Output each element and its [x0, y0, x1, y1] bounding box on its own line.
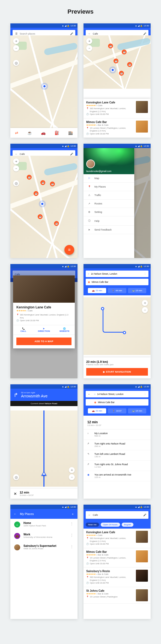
- place-card[interactable]: Mimos Cafe Bar ★★★★★ • Bar & Cafe 📍19 Lo…: [84, 548, 151, 568]
- zoom-out-button[interactable]: －: [13, 165, 19, 171]
- step-item[interactable]: ↰Turn left onto Lambert Road130 m: [84, 450, 151, 461]
- map-canvas[interactable]: ＋ － ◎ ☕ ☕ ☕ ☕ ☕ ☕: [10, 156, 77, 258]
- category-gas-icon[interactable]: ⛽: [55, 131, 59, 135]
- step-item[interactable]: ↱Turn right onto St. Johns Road1.2 km: [84, 461, 151, 471]
- drawer-item-map[interactable]: ⚐Map: [84, 174, 134, 183]
- route-to-input[interactable]: ◉Mimos Cafe Bar: [86, 279, 148, 285]
- mic-icon[interactable]: 🎤: [143, 32, 146, 35]
- search-input[interactable]: ← Cafe 🎤: [86, 511, 148, 519]
- pin-icon: 📍: [16, 314, 19, 317]
- category-bar: ⇄ ☕ 🚗 ⛽ 🏬: [10, 128, 77, 138]
- add-button[interactable]: ＋: [71, 512, 74, 516]
- result-pin[interactable]: ☕: [27, 175, 32, 180]
- place-title: Kennington Lane Cafe: [16, 305, 71, 309]
- map-canvas[interactable]: ＋ － ◎: [10, 35, 77, 138]
- back-icon[interactable]: ←: [88, 32, 91, 35]
- avatar[interactable]: [86, 160, 95, 168]
- more-icon[interactable]: ⋮: [70, 522, 74, 526]
- result-pin[interactable]: ☕: [119, 71, 124, 76]
- chip-near-me[interactable]: Near me: [86, 523, 99, 527]
- mode-walk[interactable]: 🚶44 min: [108, 288, 126, 293]
- mode-transit[interactable]: 🚌15 min: [128, 408, 146, 413]
- zoom-out-button[interactable]: －: [142, 307, 148, 313]
- start-navigation-button[interactable]: ▶ START NAVIGATION: [86, 368, 148, 376]
- result-pin[interactable]: ☕: [40, 180, 45, 185]
- zoom-in-button[interactable]: ＋: [69, 467, 75, 473]
- appbar: ← My Places ＋: [10, 509, 77, 519]
- list-item[interactable]: ⌂Home3354 Hylton Road Park⋮: [10, 519, 77, 530]
- result-list[interactable]: Kennington Lane Cafe ★★★★★ • Cafe 📍383 K…: [84, 529, 151, 619]
- place-card[interactable]: Mimos Cafe Bar ★★★★★ • Bar & Cafe 📍19 Lo…: [84, 118, 151, 138]
- preview-grid: ▲ ◢ 🔒 12:30 ☰ Search places 🎤 ＋ － ◎ ⇄ ☕ …: [0, 23, 161, 619]
- menu-icon[interactable]: ☰: [15, 32, 18, 35]
- result-pin[interactable]: ☕: [114, 59, 118, 63]
- route-to-input[interactable]: ← ◉Mimos Cafe Bar: [86, 399, 148, 406]
- map-canvas[interactable]: ＋ － ☕ ☕ ☕ ☕ ☕: [84, 35, 151, 89]
- nav-map[interactable]: ＋ － ◎: [10, 410, 77, 487]
- category-store-icon[interactable]: 🏬: [68, 131, 73, 135]
- route-map[interactable]: ＋ －: [84, 297, 151, 355]
- result-pin[interactable]: ☕: [50, 182, 55, 186]
- zoom-in-button[interactable]: ＋: [86, 38, 92, 44]
- drawer-item-help[interactable]: ⓘHelp: [84, 216, 134, 226]
- drawer-item-feedback[interactable]: ➤Send Feedback: [84, 226, 134, 234]
- category-transit-icon[interactable]: ⇄: [15, 131, 18, 135]
- place-card[interactable]: St Johns Cafe ★★★★★ • Bar & Cafe 📍19 Lon…: [84, 587, 151, 604]
- result-pin[interactable]: ☕: [38, 214, 43, 219]
- zoom-in-button[interactable]: ＋: [142, 300, 148, 306]
- result-pin[interactable]: ☕: [127, 62, 132, 67]
- mic-icon[interactable]: 🎤: [70, 152, 73, 156]
- route-from-input[interactable]: ← ○14 Nelson Street, London⋮: [86, 391, 148, 397]
- result-list[interactable]: Kennington Lane Cafe ★★★★★ • Cafe 📍383 K…: [84, 99, 151, 138]
- result-pin[interactable]: ☕: [108, 44, 113, 48]
- mode-car[interactable]: 🚗23 min: [88, 288, 106, 293]
- zoom-out-button[interactable]: －: [13, 45, 19, 51]
- place-card[interactable]: Kennington Lane Cafe ★★★★★ • Cafe 📍383 K…: [84, 529, 151, 548]
- places-list[interactable]: ⌂Home3354 Hylton Road Park⋮ 💼WorkUnivers…: [10, 519, 77, 619]
- drawer-item-setting[interactable]: ⚙Setting: [84, 208, 134, 216]
- step-list[interactable]: 12 min 3.8 km • 10:37 ○My Location500 m …: [84, 418, 151, 499]
- more-icon[interactable]: ⋮: [70, 533, 74, 537]
- chip-budget[interactable]: Bugdet: [122, 523, 133, 527]
- drawer-item-places[interactable]: 📍My Places: [84, 183, 134, 191]
- back-icon[interactable]: ←: [88, 513, 91, 517]
- category-car-icon[interactable]: 🚗: [41, 131, 46, 135]
- locate-button[interactable]: ◎: [13, 180, 19, 186]
- call-button[interactable]: 📞CALL: [13, 325, 34, 335]
- zoom-in-button[interactable]: ＋: [13, 38, 19, 44]
- step-item[interactable]: ○My Location500 m: [84, 430, 151, 440]
- mic-icon[interactable]: 🎤: [143, 513, 146, 517]
- zoom-out-button[interactable]: －: [86, 45, 92, 51]
- category-cafe-icon[interactable]: ☕: [27, 131, 32, 135]
- list-item[interactable]: Sainsbury's Supermarket4486 St Johns Roa…: [10, 542, 77, 553]
- close-button[interactable]: ✕: [14, 492, 17, 496]
- mode-transit[interactable]: 🚌15 min: [128, 288, 146, 293]
- list-fab[interactable]: ≡: [64, 245, 74, 255]
- back-icon[interactable]: ←: [15, 152, 18, 156]
- result-pin[interactable]: ☕: [54, 221, 59, 226]
- result-pin[interactable]: ☕: [122, 50, 127, 54]
- mic-icon[interactable]: 🎤: [70, 32, 73, 35]
- drawer-item-routes[interactable]: ↗Routes: [84, 200, 134, 208]
- direction-button[interactable]: ➤DIRECTION: [34, 325, 54, 335]
- locate-button[interactable]: ◎: [13, 474, 19, 480]
- route-from-input[interactable]: ○14 Nelson Street, London⋮: [86, 271, 148, 277]
- back-icon[interactable]: ←: [14, 512, 17, 516]
- place-card[interactable]: Kennington Lane Cafe ★★★★★ • Cafe 📍383 K…: [84, 99, 151, 118]
- drawer-item-traffic[interactable]: ⚠Traffic: [84, 191, 134, 200]
- step-item[interactable]: ↱Turn right onto Nelson Road200 m: [84, 440, 151, 450]
- mode-walk[interactable]: 🚶10:37: [108, 408, 126, 413]
- website-button[interactable]: 🌐WEBSITE: [54, 325, 75, 335]
- more-icon[interactable]: ⋮: [70, 544, 74, 549]
- add-to-map-button[interactable]: ADD TO A MAP: [16, 338, 71, 345]
- list-item[interactable]: 💼WorkUniversity of Worcester Arena⋮: [10, 530, 77, 542]
- back-icon[interactable]: ←: [88, 393, 90, 395]
- locate-button[interactable]: ◎: [13, 60, 19, 66]
- mode-car[interactable]: 🚗23 min: [88, 408, 106, 413]
- result-pin[interactable]: ☕: [34, 191, 38, 196]
- zoom-out-button[interactable]: －: [69, 474, 75, 480]
- chip-open24[interactable]: Open 24 hours: [101, 523, 120, 527]
- zoom-in-button[interactable]: ＋: [13, 158, 19, 164]
- place-card[interactable]: Sainsbury's Resto ★★★★★ • Bar & Cafe 📍38…: [84, 568, 151, 587]
- step-item[interactable]: ◉You are arrived at Arrowsmith Ave125 m: [84, 471, 151, 481]
